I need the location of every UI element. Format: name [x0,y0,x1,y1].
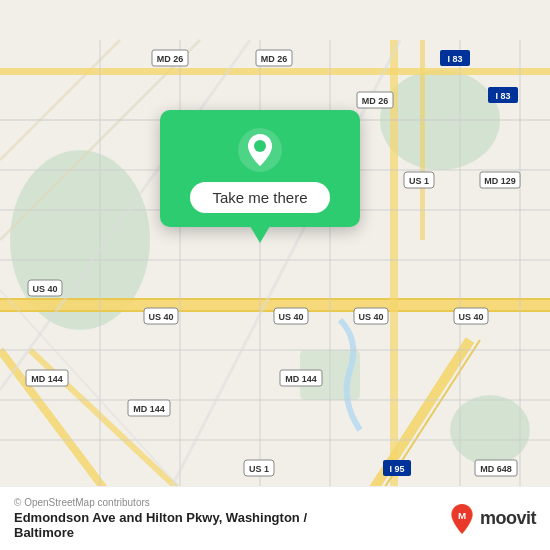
map-roads: MD 26 MD 26 MD 26 I 83 I 83 US 1 MD 129 … [0,0,550,550]
svg-text:US 40: US 40 [148,312,173,322]
svg-text:US 40: US 40 [278,312,303,322]
svg-text:MD 26: MD 26 [261,54,288,64]
location-pin-icon [238,128,282,172]
svg-text:MD 26: MD 26 [362,96,389,106]
osm-credit: © OpenStreetMap contributors [14,497,307,508]
location-popup: Take me there [160,110,360,227]
svg-text:I 95: I 95 [389,464,404,474]
svg-point-2 [450,395,530,465]
svg-text:US 1: US 1 [249,464,269,474]
location-name-line2: Baltimore [14,525,307,540]
svg-text:MD 26: MD 26 [157,54,184,64]
svg-rect-5 [0,298,550,300]
map-container: MD 26 MD 26 MD 26 I 83 I 83 US 1 MD 129 … [0,0,550,550]
moovit-brand-text: moovit [480,508,536,529]
svg-text:MD 144: MD 144 [133,404,165,414]
svg-text:I 83: I 83 [447,54,462,64]
svg-text:US 1: US 1 [409,176,429,186]
moovit-logo: M moovit [448,503,536,535]
svg-line-9 [0,40,120,160]
svg-text:US 40: US 40 [32,284,57,294]
svg-text:US 40: US 40 [358,312,383,322]
moovit-pin-icon: M [448,503,476,535]
svg-text:US 40: US 40 [458,312,483,322]
svg-text:I 83: I 83 [495,91,510,101]
bottom-bar: © OpenStreetMap contributors Edmondson A… [0,486,550,550]
svg-rect-15 [0,68,550,75]
svg-text:M: M [458,510,466,521]
svg-text:MD 144: MD 144 [31,374,63,384]
svg-point-69 [254,140,266,152]
svg-text:MD 648: MD 648 [480,464,512,474]
svg-text:MD 144: MD 144 [285,374,317,384]
svg-text:MD 129: MD 129 [484,176,516,186]
take-me-there-button[interactable]: Take me there [190,182,329,213]
location-info: © OpenStreetMap contributors Edmondson A… [14,497,307,540]
location-name-line1: Edmondson Ave and Hilton Pkwy, Washingto… [14,510,307,525]
